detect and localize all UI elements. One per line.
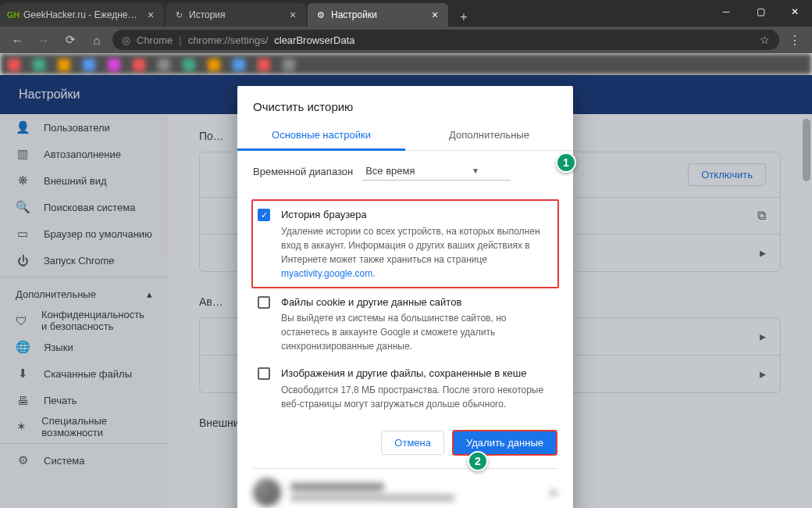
option-text: Файлы cookie и другие данные сайтов Вы в… [281, 295, 553, 354]
bookmark-item[interactable] [183, 59, 195, 71]
time-range-row: Временной диапазон Все время ▼ [237, 151, 573, 191]
option-title: История браузера [281, 207, 553, 223]
option-title: Файлы cookie и другие данные сайтов [281, 295, 553, 310]
close-tab-icon[interactable]: × [145, 9, 156, 20]
annotation-callout-2: 2 [468, 451, 488, 471]
dialog-tabs: Основные настройки Дополнительные [237, 121, 573, 151]
back-button[interactable]: ← [6, 29, 28, 51]
clear-data-dialog: Очистить историю Основные настройки Допо… [237, 86, 573, 508]
chrome-icon: ◎ [122, 34, 130, 46]
option-text: Изображения и другие файлы, сохраненные … [281, 366, 553, 411]
browser-tab-2[interactable]: ⚙ Настройки × [308, 3, 448, 27]
account-lines [290, 483, 542, 501]
bookmark-star-icon[interactable]: ☆ [760, 34, 770, 46]
secure-label: Chrome [137, 34, 173, 46]
tab-label: История [189, 9, 283, 20]
bookmark-item[interactable] [208, 59, 220, 71]
account-row[interactable]: ▸ [237, 469, 573, 506]
bookmark-item[interactable] [133, 59, 145, 71]
history-icon: ↻ [173, 9, 184, 20]
select-value: Все время [365, 165, 415, 177]
url-prefix: chrome://settings/ [188, 34, 269, 46]
tab-label: Настройки [331, 9, 425, 20]
option-cookies[interactable]: Файлы cookie и другие данные сайтов Вы в… [253, 288, 557, 360]
tabs-row: GH GeekHacker.ru - Ежедневный ж × ↻ Исто… [0, 0, 709, 27]
close-tab-icon[interactable]: × [429, 9, 440, 20]
bookmark-item[interactable] [108, 59, 120, 71]
bookmark-item[interactable] [258, 59, 270, 71]
forward-button[interactable]: → [33, 29, 55, 51]
checkbox-history[interactable]: ✓ [258, 209, 270, 221]
separator: | [179, 34, 181, 46]
minimize-button[interactable]: ─ [709, 0, 743, 23]
reload-button[interactable]: ⟳ [59, 29, 81, 51]
cancel-button[interactable]: Отмена [381, 431, 444, 455]
option-desc: Освободится 17,8 МБ пространства. После … [281, 385, 543, 410]
home-button[interactable]: ⌂ [86, 29, 108, 51]
bookmarks-bar [0, 53, 812, 75]
bookmark-item[interactable] [33, 59, 45, 71]
maximize-button[interactable]: ▢ [743, 0, 778, 23]
favicon-icon: GH [8, 9, 19, 20]
chevron-right-icon: ▸ [551, 485, 557, 499]
window-titlebar: GH GeekHacker.ru - Ежедневный ж × ↻ Исто… [0, 0, 812, 27]
menu-button[interactable]: ⋮ [784, 33, 806, 48]
myactivity-link[interactable]: myactivity.google.com [281, 268, 372, 279]
bookmark-item[interactable] [8, 59, 20, 71]
gear-icon: ⚙ [315, 9, 326, 20]
range-label: Временной диапазон [253, 166, 353, 177]
dropdown-arrow-icon: ▼ [472, 166, 479, 175]
url-page: clearBrowserData [274, 34, 354, 46]
bookmark-item[interactable] [283, 59, 295, 71]
bookmark-item[interactable] [158, 59, 170, 71]
bookmark-item[interactable] [83, 59, 95, 71]
clear-data-button[interactable]: Удалить данные [452, 430, 557, 456]
time-range-select[interactable]: Все время ▼ [362, 162, 511, 181]
tab-label: GeekHacker.ru - Ежедневный ж [23, 9, 141, 20]
option-desc: Вы выйдете из системы на большинстве сай… [281, 313, 506, 352]
bookmark-item[interactable] [58, 59, 70, 71]
sidebar-scrollbar[interactable] [160, 117, 167, 258]
browser-tab-1[interactable]: ↻ История × [166, 3, 306, 27]
option-browsing-history[interactable]: ✓ История браузера Удаление истории со в… [251, 199, 559, 288]
checkbox-cookies[interactable] [258, 296, 270, 309]
option-text: История браузера Удаление истории со все… [281, 207, 553, 281]
dialog-actions: Отмена Удалить данные [237, 417, 573, 460]
annotation-callout-1: 1 [556, 152, 576, 173]
bookmark-item[interactable] [233, 59, 245, 71]
tab-advanced[interactable]: Дополнительные [405, 121, 573, 150]
browser-tab-0[interactable]: GH GeekHacker.ru - Ежедневный ж × [0, 3, 164, 27]
checkbox-cache[interactable] [258, 367, 270, 380]
close-tab-icon[interactable]: × [287, 9, 298, 20]
dialog-title: Очистить историю [237, 86, 573, 121]
option-cache[interactable]: Изображения и другие файлы, сохраненные … [253, 360, 557, 417]
option-desc: Удаление истории со всех устройств, на к… [281, 226, 540, 265]
omnibox[interactable]: ◎ Chrome | chrome://settings/clearBrowse… [112, 30, 779, 50]
option-title: Изображения и другие файлы, сохраненные … [281, 366, 553, 381]
avatar [253, 478, 281, 506]
window-controls: ─ ▢ ✕ [709, 0, 812, 23]
tab-basic[interactable]: Основные настройки [237, 121, 405, 151]
address-bar: ← → ⟳ ⌂ ◎ Chrome | chrome://settings/cle… [0, 27, 812, 53]
options-block: ✓ История браузера Удаление истории со в… [237, 191, 573, 417]
close-window-button[interactable]: ✕ [778, 0, 812, 23]
new-tab-button[interactable]: + [454, 8, 473, 27]
